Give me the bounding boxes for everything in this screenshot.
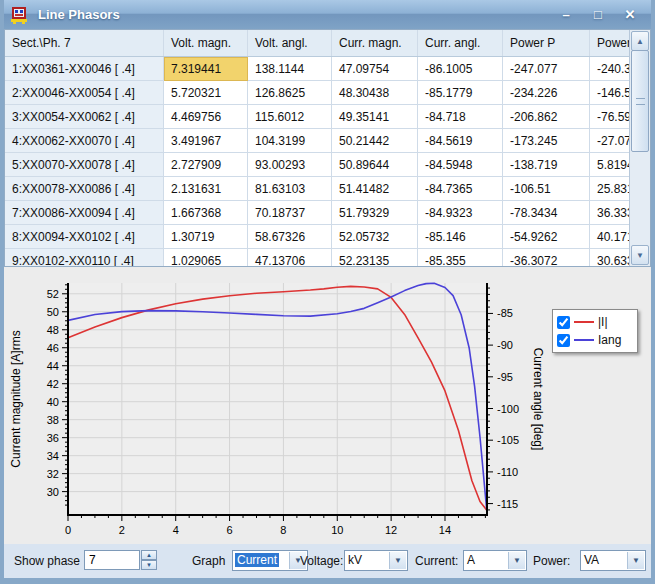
table-row: 3:XX0054-XX0062 [ .4]4.469756115.601249.… [5, 105, 651, 129]
svg-text:52: 52 [47, 288, 59, 300]
table-row: 9:XX0102-XX0110 [ .4]1.02906547.1370652.… [5, 249, 651, 268]
table-cell[interactable]: -84.5619 [418, 129, 503, 153]
table-cell[interactable]: 50.89644 [332, 153, 418, 177]
thumb-grip-icon [636, 98, 645, 105]
table-cell[interactable]: 3.491967 [164, 129, 248, 153]
table-cell[interactable]: 126.8625 [248, 81, 332, 105]
table-cell[interactable]: 2.131631 [164, 177, 248, 201]
graph-combo-value: Current [235, 553, 279, 567]
scroll-down-arrow-icon: ▼ [636, 251, 644, 260]
table-cell[interactable]: -206.862 [503, 105, 590, 129]
maximize-button[interactable]: □ [585, 7, 611, 22]
svg-text:42: 42 [47, 378, 59, 390]
table-cell[interactable]: -84.9323 [418, 201, 503, 225]
vertical-scrollbar[interactable]: ▲ ▼ [629, 30, 650, 266]
svg-text:4: 4 [173, 524, 179, 536]
spin-up-arrow-icon: ▲ [146, 552, 152, 558]
table-cell[interactable]: 70.18737 [248, 201, 332, 225]
table-cell[interactable]: 49.35141 [332, 105, 418, 129]
legend-checkbox[interactable] [557, 334, 570, 347]
table-cell[interactable]: -84.5948 [418, 153, 503, 177]
table-cell[interactable]: -54.9262 [503, 225, 590, 249]
table-cell[interactable]: 104.3199 [248, 129, 332, 153]
voltage-combo[interactable]: kV ▼ [344, 550, 408, 571]
table-cell[interactable]: 48.30438 [332, 81, 418, 105]
table-cell[interactable]: 47.09754 [332, 57, 418, 81]
svg-text:6: 6 [227, 524, 233, 536]
table-cell[interactable]: -234.226 [503, 81, 590, 105]
show-phase-label: Show phase [14, 554, 80, 568]
window-title: Line Phasors [38, 7, 120, 22]
table-cell[interactable]: 93.00293 [248, 153, 332, 177]
table-cell[interactable]: -106.51 [503, 177, 590, 201]
svg-text:-95: -95 [497, 371, 513, 383]
scroll-down-button[interactable]: ▼ [631, 245, 649, 265]
table-cell[interactable]: 2.727909 [164, 153, 248, 177]
close-button[interactable]: ✕ [617, 7, 643, 22]
current-combo-value: A [467, 553, 475, 567]
table-cell[interactable]: -36.3072 [503, 249, 590, 268]
row-label-cell[interactable]: 8:XX0094-XX0102 [ .4] [5, 225, 164, 249]
current-dropdown-arrow-icon: ▼ [508, 552, 525, 569]
power-label: Power: [533, 554, 570, 568]
svg-text:50: 50 [47, 306, 59, 318]
scrollbar-thumb[interactable] [631, 50, 649, 152]
table-cell[interactable]: 1.667368 [164, 201, 248, 225]
svg-text:46: 46 [47, 342, 59, 354]
svg-text:-100: -100 [497, 403, 519, 415]
table-cell[interactable]: 1.30719 [164, 225, 248, 249]
legend-label: Iang [598, 333, 621, 347]
power-dropdown-arrow-icon: ▼ [627, 552, 644, 569]
table-cell[interactable]: 7.319441 [164, 57, 248, 81]
legend-label: |I| [598, 315, 608, 329]
row-label-cell[interactable]: 7:XX0086-XX0094 [ .4] [5, 201, 164, 225]
row-label-cell[interactable]: 1:XX0361-XX0046 [ .4] [5, 57, 164, 81]
table-cell[interactable]: -86.1005 [418, 57, 503, 81]
minimize-button[interactable]: – [553, 7, 579, 22]
legend-item: Iang [557, 331, 633, 349]
current-label: Current: [415, 554, 458, 568]
table-cell[interactable]: -84.718 [418, 105, 503, 129]
table-cell[interactable]: 58.67326 [248, 225, 332, 249]
table-cell[interactable]: 4.469756 [164, 105, 248, 129]
table-cell[interactable]: 51.79329 [332, 201, 418, 225]
table-cell[interactable]: -85.1779 [418, 81, 503, 105]
table-cell[interactable]: 47.13706 [248, 249, 332, 268]
table-cell[interactable]: -85.146 [418, 225, 503, 249]
scroll-up-button[interactable]: ▲ [631, 31, 649, 51]
table-cell[interactable]: 52.23135 [332, 249, 418, 268]
table-cell[interactable]: 115.6012 [248, 105, 332, 129]
table-cell[interactable]: -78.3434 [503, 201, 590, 225]
legend-checkbox[interactable] [557, 316, 570, 329]
power-combo-value: VA [584, 553, 599, 567]
show-phase-input[interactable] [84, 550, 140, 570]
table-cell[interactable]: 5.720321 [164, 81, 248, 105]
table-cell[interactable]: -85.355 [418, 249, 503, 268]
row-label-cell[interactable]: 9:XX0102-XX0110 [ .4] [5, 249, 164, 268]
table-cell[interactable]: 50.21442 [332, 129, 418, 153]
row-label-cell[interactable]: 6:XX0078-XX0086 [ .4] [5, 177, 164, 201]
current-combo[interactable]: A ▼ [463, 550, 527, 571]
table-cell[interactable]: -138.719 [503, 153, 590, 177]
legend-line-swatch-icon [574, 339, 594, 341]
table-cell[interactable]: 1.029065 [164, 249, 248, 268]
row-label-cell[interactable]: 5:XX0070-XX0078 [ .4] [5, 153, 164, 177]
table-cell[interactable]: -247.077 [503, 57, 590, 81]
table-cell[interactable]: 52.05732 [332, 225, 418, 249]
table-cell[interactable]: -173.245 [503, 129, 590, 153]
power-combo[interactable]: VA ▼ [580, 550, 646, 571]
row-label-cell[interactable]: 2:XX0046-XX0054 [ .4] [5, 81, 164, 105]
graph-combo[interactable]: Current ▼ [232, 550, 308, 571]
spin-down-button[interactable]: ▼ [141, 560, 157, 570]
scroll-up-arrow-icon: ▲ [636, 37, 644, 46]
table-cell[interactable]: 138.1144 [248, 57, 332, 81]
titlebar[interactable]: Line Phasors – □ ✕ [0, 0, 655, 29]
table-cell[interactable]: -84.7365 [418, 177, 503, 201]
row-label-cell[interactable]: 3:XX0054-XX0062 [ .4] [5, 105, 164, 129]
row-label-cell[interactable]: 4:XX0062-XX0070 [ .4] [5, 129, 164, 153]
svg-text:40: 40 [47, 396, 59, 408]
table-cell[interactable]: 81.63103 [248, 177, 332, 201]
legend-item: |I| [557, 313, 633, 331]
table-cell[interactable]: 51.41482 [332, 177, 418, 201]
spin-up-button[interactable]: ▲ [141, 550, 157, 560]
